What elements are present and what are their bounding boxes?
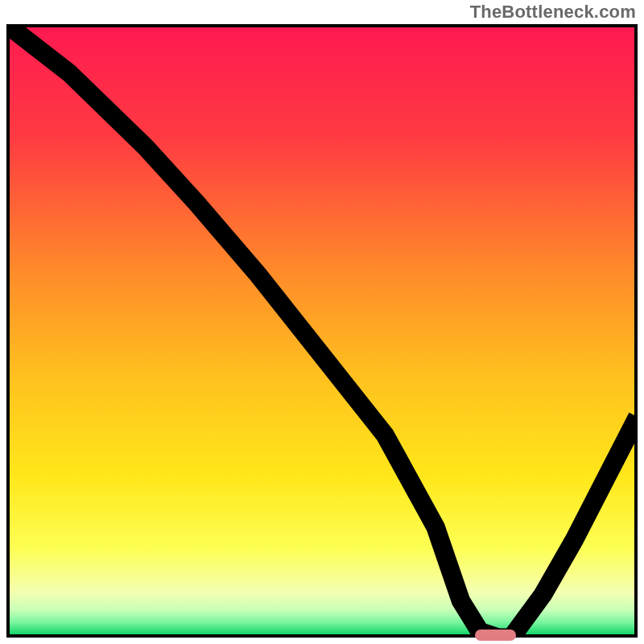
optimal-region-marker	[475, 630, 516, 641]
watermark-text: TheBottleneck.com	[470, 2, 636, 23]
bottleneck-curve	[6, 24, 638, 638]
chart-stage: TheBottleneck.com	[0, 0, 644, 644]
